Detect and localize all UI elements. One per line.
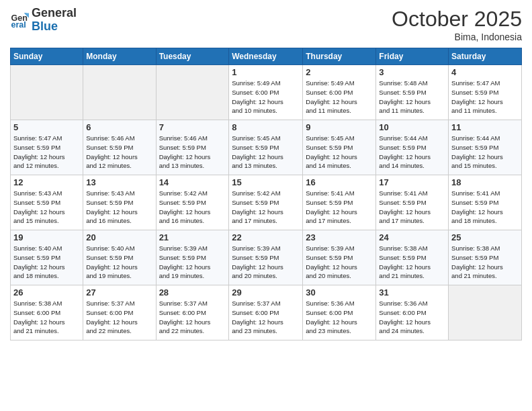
- day-info: Sunrise: 5:39 AM Sunset: 5:59 PM Dayligh…: [232, 244, 300, 281]
- day-number: 26: [13, 287, 80, 298]
- calendar-day: 24Sunrise: 5:38 AM Sunset: 5:59 PM Dayli…: [376, 230, 449, 285]
- calendar-empty: [449, 285, 522, 340]
- calendar-day: 18Sunrise: 5:41 AM Sunset: 5:59 PM Dayli…: [449, 175, 522, 230]
- day-info: Sunrise: 5:43 AM Sunset: 5:59 PM Dayligh…: [86, 189, 152, 226]
- svg-text:eral: eral: [11, 20, 26, 30]
- calendar-day: 22Sunrise: 5:39 AM Sunset: 5:59 PM Dayli…: [229, 230, 303, 285]
- day-number: 11: [451, 122, 519, 132]
- day-number: 10: [379, 122, 445, 132]
- calendar-day: 27Sunrise: 5:37 AM Sunset: 6:00 PM Dayli…: [83, 285, 156, 340]
- day-number: 22: [232, 232, 300, 242]
- calendar-week-row: 12Sunrise: 5:43 AM Sunset: 5:59 PM Dayli…: [11, 175, 522, 230]
- day-number: 21: [159, 232, 226, 242]
- day-info: Sunrise: 5:38 AM Sunset: 5:59 PM Dayligh…: [379, 244, 445, 281]
- day-number: 14: [159, 177, 226, 187]
- day-info: Sunrise: 5:41 AM Sunset: 5:59 PM Dayligh…: [379, 189, 445, 226]
- day-number: 17: [379, 177, 445, 187]
- calendar-day: 11Sunrise: 5:44 AM Sunset: 5:59 PM Dayli…: [449, 120, 522, 175]
- weekday-header: Sunday: [11, 48, 83, 65]
- day-number: 4: [451, 67, 519, 77]
- calendar-day: 28Sunrise: 5:37 AM Sunset: 6:00 PM Dayli…: [156, 285, 229, 340]
- day-number: 6: [86, 122, 152, 132]
- day-number: 15: [232, 177, 300, 187]
- day-number: 23: [306, 232, 373, 242]
- calendar-day: 21Sunrise: 5:39 AM Sunset: 5:59 PM Dayli…: [156, 230, 229, 285]
- calendar-day: 16Sunrise: 5:41 AM Sunset: 5:59 PM Dayli…: [303, 175, 376, 230]
- day-number: 2: [306, 67, 373, 77]
- day-info: Sunrise: 5:39 AM Sunset: 5:59 PM Dayligh…: [159, 244, 226, 281]
- calendar-day: 15Sunrise: 5:42 AM Sunset: 5:59 PM Dayli…: [229, 175, 303, 230]
- calendar-day: 25Sunrise: 5:38 AM Sunset: 5:59 PM Dayli…: [449, 230, 522, 285]
- day-number: 25: [451, 232, 519, 242]
- day-info: Sunrise: 5:37 AM Sunset: 6:00 PM Dayligh…: [232, 299, 300, 336]
- calendar-day: 10Sunrise: 5:44 AM Sunset: 5:59 PM Dayli…: [376, 120, 449, 175]
- day-info: Sunrise: 5:36 AM Sunset: 6:00 PM Dayligh…: [306, 299, 373, 336]
- logo: Gen eral General Blue: [10, 7, 77, 34]
- day-info: Sunrise: 5:40 AM Sunset: 5:59 PM Dayligh…: [13, 244, 80, 281]
- day-info: Sunrise: 5:47 AM Sunset: 5:59 PM Dayligh…: [13, 134, 80, 171]
- day-info: Sunrise: 5:37 AM Sunset: 6:00 PM Dayligh…: [159, 299, 226, 336]
- day-number: 30: [306, 287, 373, 298]
- day-number: 16: [306, 177, 373, 187]
- day-number: 12: [13, 177, 80, 187]
- day-info: Sunrise: 5:47 AM Sunset: 5:59 PM Dayligh…: [451, 79, 519, 116]
- day-info: Sunrise: 5:38 AM Sunset: 6:00 PM Dayligh…: [13, 299, 80, 336]
- calendar-header-row: SundayMondayTuesdayWednesdayThursdayFrid…: [11, 48, 522, 65]
- day-number: 9: [306, 122, 373, 132]
- calendar: SundayMondayTuesdayWednesdayThursdayFrid…: [10, 48, 522, 340]
- day-info: Sunrise: 5:42 AM Sunset: 5:59 PM Dayligh…: [232, 189, 300, 226]
- month-title: October 2025: [392, 7, 522, 32]
- calendar-day: 30Sunrise: 5:36 AM Sunset: 6:00 PM Dayli…: [303, 285, 376, 340]
- day-info: Sunrise: 5:40 AM Sunset: 5:59 PM Dayligh…: [86, 244, 152, 281]
- weekday-header: Thursday: [303, 48, 376, 65]
- calendar-day: 12Sunrise: 5:43 AM Sunset: 5:59 PM Dayli…: [11, 175, 83, 230]
- day-info: Sunrise: 5:41 AM Sunset: 5:59 PM Dayligh…: [306, 189, 373, 226]
- calendar-day: 5Sunrise: 5:47 AM Sunset: 5:59 PM Daylig…: [11, 120, 83, 175]
- day-info: Sunrise: 5:46 AM Sunset: 5:59 PM Dayligh…: [159, 134, 226, 171]
- calendar-day: 9Sunrise: 5:45 AM Sunset: 5:59 PM Daylig…: [303, 120, 376, 175]
- day-info: Sunrise: 5:45 AM Sunset: 5:59 PM Dayligh…: [232, 134, 300, 171]
- logo-icon: Gen eral: [10, 11, 29, 30]
- day-number: 19: [13, 232, 80, 242]
- day-info: Sunrise: 5:49 AM Sunset: 6:00 PM Dayligh…: [232, 79, 300, 116]
- calendar-day: 14Sunrise: 5:42 AM Sunset: 5:59 PM Dayli…: [156, 175, 229, 230]
- location: Bima, Indonesia: [392, 32, 522, 42]
- calendar-day: 31Sunrise: 5:36 AM Sunset: 6:00 PM Dayli…: [376, 285, 449, 340]
- day-number: 8: [232, 122, 300, 132]
- day-number: 3: [379, 67, 445, 77]
- day-number: 27: [86, 287, 152, 298]
- day-info: Sunrise: 5:44 AM Sunset: 5:59 PM Dayligh…: [379, 134, 445, 171]
- day-info: Sunrise: 5:41 AM Sunset: 5:59 PM Dayligh…: [451, 189, 519, 226]
- calendar-day: 1Sunrise: 5:49 AM Sunset: 6:00 PM Daylig…: [229, 65, 303, 120]
- day-number: 7: [159, 122, 226, 132]
- calendar-week-row: 1Sunrise: 5:49 AM Sunset: 6:00 PM Daylig…: [11, 65, 522, 120]
- day-info: Sunrise: 5:37 AM Sunset: 6:00 PM Dayligh…: [86, 299, 152, 336]
- weekday-header: Wednesday: [229, 48, 303, 65]
- day-number: 31: [379, 287, 445, 298]
- calendar-day: 20Sunrise: 5:40 AM Sunset: 5:59 PM Dayli…: [83, 230, 156, 285]
- calendar-day: 6Sunrise: 5:46 AM Sunset: 5:59 PM Daylig…: [83, 120, 156, 175]
- day-info: Sunrise: 5:45 AM Sunset: 5:59 PM Dayligh…: [306, 134, 373, 171]
- calendar-day: 4Sunrise: 5:47 AM Sunset: 5:59 PM Daylig…: [449, 65, 522, 120]
- day-info: Sunrise: 5:49 AM Sunset: 6:00 PM Dayligh…: [306, 79, 373, 116]
- day-info: Sunrise: 5:43 AM Sunset: 5:59 PM Dayligh…: [13, 189, 80, 226]
- day-info: Sunrise: 5:46 AM Sunset: 5:59 PM Dayligh…: [86, 134, 152, 171]
- day-info: Sunrise: 5:38 AM Sunset: 5:59 PM Dayligh…: [451, 244, 519, 281]
- day-info: Sunrise: 5:42 AM Sunset: 5:59 PM Dayligh…: [159, 189, 226, 226]
- day-number: 18: [451, 177, 519, 187]
- calendar-day: 29Sunrise: 5:37 AM Sunset: 6:00 PM Dayli…: [229, 285, 303, 340]
- logo-text: General Blue: [32, 7, 77, 34]
- calendar-week-row: 19Sunrise: 5:40 AM Sunset: 5:59 PM Dayli…: [11, 230, 522, 285]
- calendar-week-row: 5Sunrise: 5:47 AM Sunset: 5:59 PM Daylig…: [11, 120, 522, 175]
- calendar-day: 23Sunrise: 5:39 AM Sunset: 5:59 PM Dayli…: [303, 230, 376, 285]
- weekday-header: Tuesday: [156, 48, 229, 65]
- weekday-header: Monday: [83, 48, 156, 65]
- calendar-day: 3Sunrise: 5:48 AM Sunset: 5:59 PM Daylig…: [376, 65, 449, 120]
- weekday-header: Friday: [376, 48, 449, 65]
- day-info: Sunrise: 5:36 AM Sunset: 6:00 PM Dayligh…: [379, 299, 445, 336]
- calendar-day: 17Sunrise: 5:41 AM Sunset: 5:59 PM Dayli…: [376, 175, 449, 230]
- day-number: 28: [159, 287, 226, 298]
- day-number: 29: [232, 287, 300, 298]
- day-info: Sunrise: 5:48 AM Sunset: 5:59 PM Dayligh…: [379, 79, 445, 116]
- day-number: 20: [86, 232, 152, 242]
